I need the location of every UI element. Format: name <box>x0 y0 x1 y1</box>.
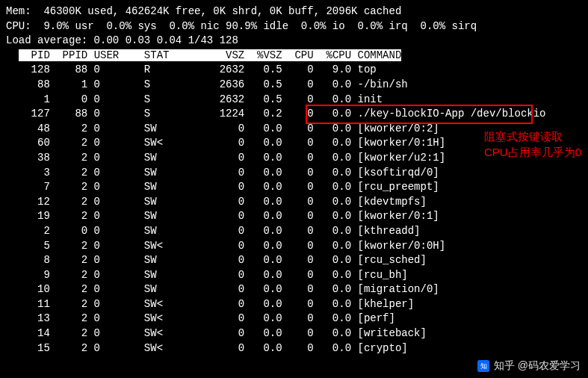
terminal-output: Mem: 46300K used, 462624K free, 0K shrd,… <box>6 4 582 356</box>
table-header: PID PPID USER STAT VSZ %VSZ CPU %CPU COM… <box>6 49 582 63</box>
table-row: 13 2 0 SW< 0 0.0 0 0.0 [perf] <box>6 312 582 326</box>
zhihu-icon: 知 <box>477 360 489 372</box>
table-row: 5 2 0 SW< 0 0.0 0 0.0 [kworker/0:0H] <box>6 239 582 254</box>
table-row: 7 2 0 SW 0 0.0 0 0.0 [rcu_preempt] <box>6 180 582 195</box>
load-line: Load average: 0.00 0.03 0.04 1/43 128 <box>6 34 582 49</box>
table-row: 19 2 0 SW 0 0.0 0 0.0 [kworker/0:1] <box>6 209 582 224</box>
table-row: 12 2 0 SW 0 0.0 0 0.0 [kdevtmpfs] <box>6 195 582 210</box>
table-row: 127 88 0 S 1224 0.2 0 0.0 ./key-blockIO-… <box>6 107 582 122</box>
table-row: 9 2 0 SW 0 0.0 0 0.0 [rcu_bh] <box>6 268 582 283</box>
table-row: 128 88 0 R 2632 0.5 0 9.0 top <box>6 63 582 78</box>
watermark-text: 知乎 @码农爱学习 <box>494 359 581 374</box>
table-row: 10 2 0 SW 0 0.0 0 0.0 [migration/0] <box>6 282 582 297</box>
table-row: 88 1 0 S 2636 0.5 0 0.0 -/bin/sh <box>6 78 582 93</box>
table-row: 2 0 0 SW 0 0.0 0 0.0 [kthreadd] <box>6 224 582 239</box>
watermark: 知 知乎 @码农爱学习 <box>477 359 581 374</box>
table-row: 3 2 0 SW 0 0.0 0 0.0 [ksoftirqd/0] <box>6 166 582 181</box>
table-row: 1 0 0 S 2632 0.5 0 0.0 init <box>6 93 582 108</box>
mem-line: Mem: 46300K used, 462624K free, 0K shrd,… <box>6 4 582 19</box>
table-row: 14 2 0 SW< 0 0.0 0 0.0 [writeback] <box>6 326 582 341</box>
table-row: 11 2 0 SW< 0 0.0 0 0.0 [khelper] <box>6 297 582 312</box>
table-row: 8 2 0 SW 0 0.0 0 0.0 [rcu_sched] <box>6 253 582 268</box>
annotation-text: 阻塞式按键读取 CPU占用率几乎为0 <box>484 128 581 160</box>
svg-text:知: 知 <box>480 363 486 371</box>
cpu-line: CPU: 9.0% usr 0.0% sys 0.0% nic 90.9% id… <box>6 19 582 34</box>
table-row: 15 2 0 SW< 0 0.0 0 0.0 [crypto] <box>6 341 582 356</box>
